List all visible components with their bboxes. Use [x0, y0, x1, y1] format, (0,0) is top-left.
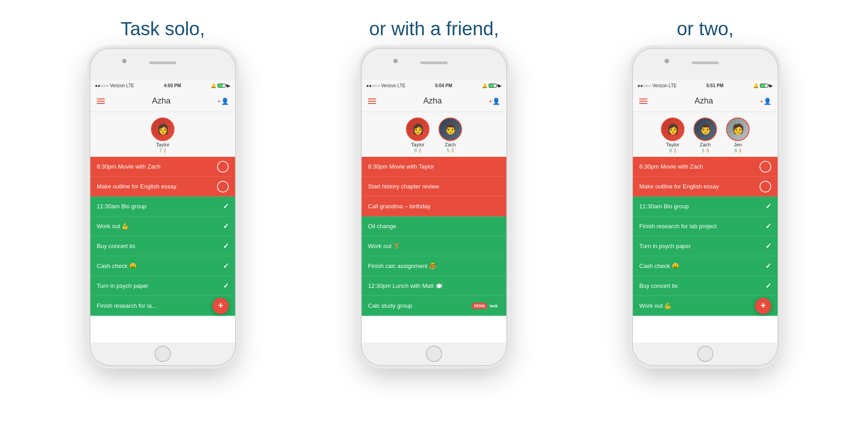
phone-speaker — [149, 61, 176, 64]
avatar-circle: 🧑 — [726, 117, 750, 141]
avatar-item-1[interactable]: 👨 Zach 5 3 — [693, 117, 717, 153]
hamburger-icon[interactable] — [368, 99, 376, 104]
task-text: Buy concert tix — [639, 282, 765, 289]
task-item[interactable]: Turn in psych paper ✓ — [633, 236, 778, 256]
avatar-section: 👩 Taylor 8 2 👨 Zach 5 3 🧑 Jen 8 3 — [633, 112, 778, 157]
task-text: 11:30am Bio group — [639, 203, 765, 210]
headline-1: Task solo, — [27, 18, 298, 40]
headline-3: or two, — [570, 18, 841, 40]
hamburger-icon[interactable] — [97, 99, 105, 104]
task-item[interactable]: Turn in psych paper ✓ — [90, 276, 235, 296]
task-item[interactable]: 12:30pm Lunch with Matt 🍽️ — [362, 276, 506, 296]
avatar-circle: 👨 — [693, 117, 717, 141]
home-button[interactable] — [697, 346, 713, 362]
add-user-button[interactable]: + 👤 — [218, 98, 229, 105]
task-list: 8:30pm Movie with Zach Make outline for … — [633, 157, 778, 343]
task-item[interactable]: Work out 🏋️ — [362, 236, 506, 256]
task-check-icon: ✓ — [765, 242, 771, 250]
task-text: Buy concert tix — [97, 243, 223, 249]
avatar-stats: 5 3 — [702, 148, 708, 153]
task-item[interactable]: Work out 💪 + — [633, 296, 778, 316]
home-button[interactable] — [426, 346, 442, 362]
avatar-stats: 7 2 — [159, 148, 166, 153]
avatar-item-2[interactable]: 🧑 Jen 8 3 — [726, 117, 750, 153]
fab-button[interactable]: + — [755, 298, 771, 314]
task-text: 12:30pm Lunch with Matt 🍽️ — [368, 282, 500, 289]
send-badge[interactable]: SEND — [472, 303, 487, 309]
home-button[interactable] — [155, 346, 171, 362]
task-item[interactable]: Buy concert tix ✓ — [90, 236, 235, 256]
status-bar: ●●○○○ Verizon LTE 4:50 PM 🔔 ▶ — [90, 80, 235, 90]
task-text: Work out 💪 — [97, 223, 223, 230]
task-item[interactable]: Oil change — [362, 216, 506, 236]
avatar-face: 👨 — [439, 118, 461, 140]
stat-red: 2 — [164, 148, 166, 153]
task-text: Work out 🏋️ — [368, 243, 500, 249]
status-carrier: ●●○○○ Verizon LTE — [637, 83, 677, 88]
fab-button[interactable]: + — [212, 298, 229, 314]
phone-top-bezel — [90, 49, 235, 80]
avatar-item-0[interactable]: 👩 Taylor 8 2 — [661, 117, 684, 153]
task-item[interactable]: Start history chapter review — [362, 177, 506, 197]
avatar-stats: 8 2 — [669, 148, 676, 153]
app-header: Azha + 👤 — [633, 90, 778, 112]
status-icons: 🔔 ▶ — [211, 83, 231, 88]
task-item[interactable]: 8:30pm Movie with Taylor — [362, 157, 506, 177]
phone-bottom-bezel — [362, 343, 506, 365]
add-user-button[interactable]: + 👤 — [760, 98, 771, 105]
stat-green: 7 — [159, 148, 162, 153]
task-item[interactable]: Buy concert tix ✓ — [633, 276, 778, 296]
task-circle-button[interactable] — [217, 181, 229, 193]
stat-red: 2 — [419, 148, 421, 153]
task-item[interactable]: Call grandma – birthday — [362, 197, 506, 216]
phone-screen: ●●○○○ Verizon LTE 4:50 PM 🔔 ▶ Azha + 👤 👩… — [90, 80, 235, 343]
task-text: Call grandma – birthday — [368, 203, 500, 210]
phone-camera — [665, 59, 669, 63]
task-item[interactable]: Make outline for English essay — [90, 177, 235, 197]
task-text: Work out 💪 — [639, 302, 755, 309]
task-item[interactable]: 11:30am Bio group ✓ — [90, 197, 235, 216]
avatar-face: 🧑 — [727, 118, 749, 140]
task-item[interactable]: Finish research for la... + — [90, 296, 235, 316]
phone-speaker — [420, 61, 448, 64]
avatar-stats: 8 3 — [734, 148, 741, 153]
avatar-circle: 👩 — [661, 117, 684, 141]
task-item[interactable]: 8:30pm Movie with Zach — [90, 157, 235, 177]
task-circle-button[interactable] — [760, 181, 771, 193]
task-item[interactable]: Finish calc assignment 🤓 — [362, 256, 506, 276]
stat-red: 3 — [451, 148, 454, 153]
avatar-item-1[interactable]: 👨 Zach 5 3 — [439, 117, 462, 153]
avatar-item-0[interactable]: 👩 Taylor 7 2 — [151, 117, 175, 153]
avatar-face: 👩 — [407, 118, 429, 140]
headline-2: or with a friend, — [298, 18, 570, 40]
task-circle-button[interactable] — [760, 161, 771, 173]
task-item[interactable]: Finish research for lab project ✓ — [633, 216, 778, 236]
avatar-name: Zach — [700, 142, 711, 147]
task-circle-button[interactable] — [217, 161, 229, 173]
task-check-icon: ✓ — [223, 282, 229, 290]
task-item[interactable]: Cash check 🤑 ✓ — [90, 256, 235, 276]
avatar-item-0[interactable]: 👩 Taylor 8 2 — [406, 117, 429, 153]
task-item[interactable]: Make outline for English essay — [633, 177, 778, 197]
app-title: Azha — [694, 96, 713, 106]
task-text: 11:30am Bio group — [97, 203, 223, 210]
add-user-button[interactable]: + 👤 — [489, 98, 500, 105]
task-list: 8:30pm Movie with Zach Make outline for … — [90, 157, 235, 343]
task-check-icon: ✓ — [765, 202, 771, 211]
hamburger-icon[interactable] — [639, 99, 647, 104]
task-item[interactable]: Cash check 🤑 ✓ — [633, 256, 778, 276]
task-text: Finish calc assignment 🤓 — [368, 263, 500, 269]
stat-red: 3 — [739, 148, 741, 153]
task-item[interactable]: 11:30am Bio group ✓ — [633, 197, 778, 216]
task-text: 8:30pm Movie with Taylor — [368, 163, 500, 170]
task-text: Make outline for English essay — [97, 183, 217, 190]
task-check-icon: ✓ — [765, 282, 771, 290]
stat-green: 8 — [734, 148, 737, 153]
task-item[interactable]: Work out 💪 ✓ — [90, 216, 235, 236]
avatar-section: 👩 Taylor 8 2 👨 Zach 5 3 — [362, 112, 506, 157]
status-bar: ●●○○○ Verizon LTE 5:51 PM 🔔 ▶ — [633, 80, 778, 90]
task-item[interactable]: 8:30pm Movie with Zach — [633, 157, 778, 177]
task-item[interactable]: Calc study group SEND task — [362, 296, 506, 316]
app-title: Azha — [152, 96, 170, 106]
phone-camera — [122, 59, 127, 63]
